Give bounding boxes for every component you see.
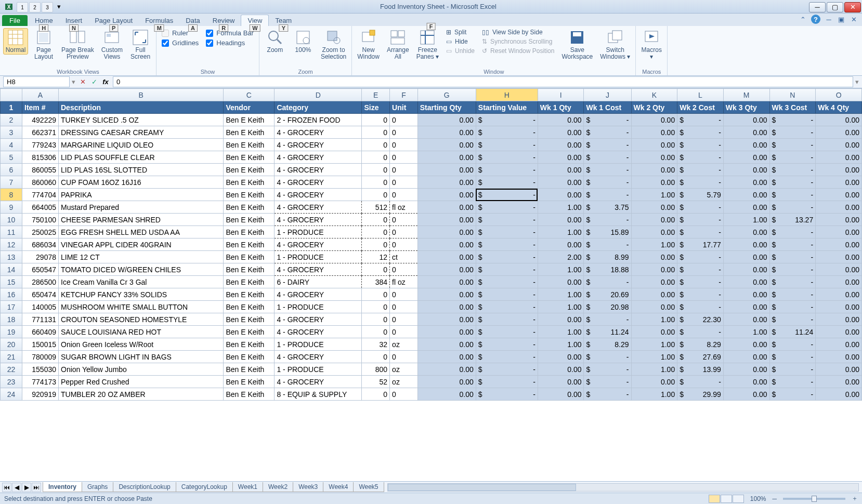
cell[interactable]: 4 - GROCERY bbox=[275, 313, 362, 326]
cell[interactable]: 0.00 bbox=[417, 288, 476, 301]
cell[interactable]: Ben E Keith bbox=[224, 351, 275, 363]
cell[interactable]: $- bbox=[769, 126, 816, 139]
cell[interactable]: $- bbox=[677, 276, 724, 288]
full-screen-button[interactable]: Full Screen bbox=[128, 28, 153, 61]
cell[interactable]: 492229 bbox=[22, 114, 59, 126]
cell[interactable]: 4 - GROCERY bbox=[275, 351, 362, 363]
cell[interactable]: 0.00 bbox=[417, 338, 476, 351]
cell[interactable]: 0.00 bbox=[816, 351, 862, 363]
cell[interactable]: 0.00 bbox=[538, 114, 584, 126]
cell[interactable]: 771131 bbox=[22, 313, 59, 326]
tab-page-layout[interactable]: Page LayoutP bbox=[88, 15, 139, 26]
cell[interactable]: SAUCE LOUISIANA RED HOT bbox=[59, 326, 224, 338]
cell[interactable]: 860055 bbox=[22, 164, 59, 176]
cell[interactable]: 0 bbox=[390, 114, 418, 126]
cell[interactable]: $- bbox=[476, 201, 538, 214]
cell[interactable]: 0.00 bbox=[631, 114, 677, 126]
workbook-restore-icon[interactable]: ▣ bbox=[837, 15, 845, 23]
cell[interactable]: $- bbox=[769, 313, 816, 326]
page-break-status-button[interactable] bbox=[733, 495, 744, 503]
row-header-1[interactable]: 1 bbox=[1, 101, 22, 114]
cell[interactable]: 0 bbox=[362, 238, 390, 251]
cell[interactable]: 1 - PRODUCE bbox=[275, 301, 362, 313]
cell[interactable]: 0.00 bbox=[816, 263, 862, 276]
cell[interactable]: 6 - DAIRY bbox=[275, 276, 362, 288]
cell[interactable]: Ben E Keith bbox=[224, 238, 275, 251]
cell[interactable]: 0.00 bbox=[816, 201, 862, 214]
cell[interactable]: $- bbox=[677, 176, 724, 189]
cell[interactable]: $- bbox=[476, 214, 538, 226]
cell[interactable]: $- bbox=[677, 226, 724, 238]
row-header-24[interactable]: 24 bbox=[1, 388, 22, 401]
cell[interactable]: 686034 bbox=[22, 238, 59, 251]
cell[interactable]: 0 bbox=[362, 388, 390, 401]
cell[interactable]: 0.00 bbox=[723, 388, 769, 401]
cell[interactable]: $- bbox=[476, 388, 538, 401]
cell[interactable]: 0 bbox=[390, 139, 418, 151]
tab-file[interactable]: FileF bbox=[2, 15, 28, 26]
cell[interactable]: $- bbox=[476, 288, 538, 301]
qat-btn-2[interactable]: 2 bbox=[29, 2, 41, 12]
row-header-16[interactable]: 16 bbox=[1, 288, 22, 301]
cell[interactable]: 1.00 bbox=[631, 313, 677, 326]
cell[interactable]: Mustard Prepared bbox=[59, 201, 224, 214]
cell[interactable]: $- bbox=[476, 313, 538, 326]
row-header-14[interactable]: 14 bbox=[1, 263, 22, 276]
cell[interactable]: oz bbox=[390, 376, 418, 388]
cell[interactable]: 0 bbox=[390, 189, 418, 201]
row-header-13[interactable]: 13 bbox=[1, 251, 22, 263]
cell[interactable]: Ben E Keith bbox=[224, 288, 275, 301]
cell[interactable]: 0 bbox=[390, 214, 418, 226]
cell[interactable]: $- bbox=[677, 376, 724, 388]
cell[interactable]: $- bbox=[769, 276, 816, 288]
cell[interactable]: 0.00 bbox=[538, 313, 584, 326]
row-header-22[interactable]: 22 bbox=[1, 363, 22, 376]
tab-home[interactable]: HomeH bbox=[29, 15, 59, 26]
cell[interactable]: 0.00 bbox=[631, 276, 677, 288]
cell[interactable]: 774173 bbox=[22, 376, 59, 388]
cell[interactable]: $- bbox=[677, 214, 724, 226]
cell[interactable]: 0.00 bbox=[723, 126, 769, 139]
cell[interactable]: 660409 bbox=[22, 326, 59, 338]
cell[interactable]: Onion Green Iceless W/Root bbox=[59, 338, 224, 351]
cell[interactable]: $- bbox=[769, 288, 816, 301]
cell[interactable]: 0 bbox=[362, 189, 390, 201]
cell[interactable]: $- bbox=[476, 263, 538, 276]
cell[interactable]: 0 bbox=[362, 114, 390, 126]
cell[interactable]: 0.00 bbox=[417, 151, 476, 164]
cell[interactable]: 0.00 bbox=[417, 201, 476, 214]
cell[interactable]: 0.00 bbox=[816, 363, 862, 376]
table-header-cell[interactable]: Vendor bbox=[224, 101, 275, 114]
cell[interactable]: $8.29 bbox=[584, 338, 631, 351]
row-header-6[interactable]: 6 bbox=[1, 164, 22, 176]
cell[interactable]: $- bbox=[584, 276, 631, 288]
cell[interactable]: 662371 bbox=[22, 126, 59, 139]
cell[interactable]: $- bbox=[584, 388, 631, 401]
cell[interactable]: 0.00 bbox=[631, 263, 677, 276]
cell[interactable]: 0.00 bbox=[417, 139, 476, 151]
fx-icon[interactable]: fx bbox=[100, 77, 111, 87]
cell[interactable]: 0 bbox=[362, 288, 390, 301]
tab-team[interactable]: TeamY bbox=[269, 15, 298, 26]
cell[interactable]: CHEESE PARMESAN SHRED bbox=[59, 214, 224, 226]
cell[interactable]: $8.99 bbox=[584, 251, 631, 263]
cell[interactable]: 0.00 bbox=[417, 301, 476, 313]
cell[interactable]: $20.98 bbox=[584, 301, 631, 313]
cell[interactable]: 0.00 bbox=[816, 189, 862, 201]
sheet-tab-week3[interactable]: Week3 bbox=[293, 482, 323, 492]
cell[interactable]: 0 bbox=[362, 226, 390, 238]
cell[interactable]: $- bbox=[476, 164, 538, 176]
cell[interactable]: $- bbox=[584, 114, 631, 126]
name-box[interactable]: H8 bbox=[3, 76, 70, 87]
cell[interactable]: 1 - PRODUCE bbox=[275, 363, 362, 376]
formula-bar-checkbox[interactable]: Formula Bar bbox=[206, 29, 254, 37]
cell[interactable]: 0.00 bbox=[417, 238, 476, 251]
headings-check[interactable] bbox=[206, 39, 213, 47]
zoom-slider-thumb[interactable] bbox=[812, 496, 817, 502]
cell[interactable]: Ice Cream Vanilla Cr 3 Gal bbox=[59, 276, 224, 288]
cell[interactable]: 512 bbox=[362, 201, 390, 214]
cell[interactable]: 286500 bbox=[22, 276, 59, 288]
cell[interactable]: 1.00 bbox=[723, 326, 769, 338]
cell[interactable]: VINEGAR APPL CIDER 40GRAIN bbox=[59, 238, 224, 251]
cell[interactable]: 0.00 bbox=[417, 313, 476, 326]
